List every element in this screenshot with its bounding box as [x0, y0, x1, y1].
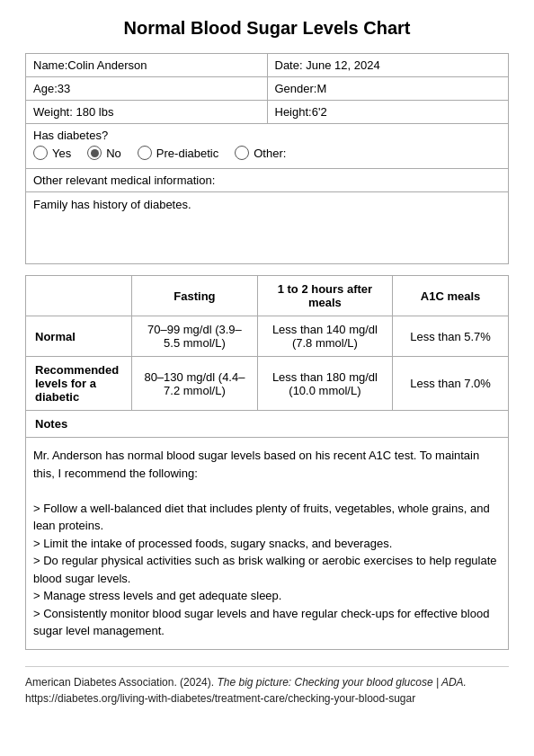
citation-block: American Diabetes Association. (2024). T… — [25, 666, 509, 707]
radio-prediabetic-label: Pre-diabetic — [156, 147, 218, 160]
weight-value: 180 lbs — [76, 105, 113, 119]
row-diabetic-fasting: 80–130 mg/dl (4.4–7.2 mmol/L) — [132, 357, 258, 411]
row-normal-fasting: 70–99 mg/dl (3.9–5.5 mmol/L) — [132, 316, 258, 357]
age-value: 33 — [58, 82, 70, 95]
medical-info-label: Other relevant medical information: — [33, 173, 215, 187]
note-point: > Follow a well-balanced diet that inclu… — [33, 500, 501, 535]
radio-no-circle — [87, 146, 102, 160]
diabetes-question: Has diabetes? — [33, 129, 108, 142]
radio-other[interactable]: Other: — [235, 146, 286, 160]
name-value: Colin Anderson — [67, 58, 147, 72]
radio-prediabetic[interactable]: Pre-diabetic — [138, 146, 218, 160]
radio-yes-label: Yes — [52, 147, 71, 160]
col-header-a1c: A1C meals — [393, 276, 509, 316]
radio-other-circle — [235, 146, 249, 160]
row-diabetic-label: Recommended levels for a diabetic — [26, 357, 132, 411]
notes-header-cell: Notes — [26, 411, 509, 438]
notes-points: > Follow a well-balanced diet that inclu… — [33, 500, 501, 640]
radio-yes-circle — [33, 146, 48, 160]
note-point: > Do regular physical activities such as… — [33, 552, 501, 587]
radio-yes[interactable]: Yes — [33, 146, 71, 160]
date-value: June 12, 2024 — [306, 58, 379, 72]
note-point: > Manage stress levels and get adequate … — [33, 587, 501, 605]
date-label: Date: — [275, 58, 303, 72]
gender-label: Gender: — [275, 82, 317, 95]
height-label: Height: — [275, 105, 312, 119]
citation-author: American Diabetes Association. (2024). — [25, 676, 214, 689]
col-header-after-meals: 1 to 2 hours after meals — [257, 276, 392, 316]
name-label: Name: — [33, 58, 67, 72]
table-row-diabetic: Recommended levels for a diabetic 80–130… — [26, 357, 509, 411]
page-title: Normal Blood Sugar Levels Chart — [25, 18, 509, 39]
table-row-normal: Normal 70–99 mg/dl (3.9–5.5 mmol/L) Less… — [26, 316, 509, 357]
row-normal-after-meals: Less than 140 mg/dl (7.8 mmol/L) — [257, 316, 392, 357]
weight-label: Weight: — [33, 105, 73, 119]
citation-url: https://diabetes.org/living-with-diabete… — [25, 692, 415, 705]
col-header-0 — [26, 276, 132, 316]
note-point: > Limit the intake of processed foods, s… — [33, 535, 501, 553]
radio-no-label: No — [106, 147, 121, 160]
row-normal-label: Normal — [26, 316, 132, 357]
row-normal-a1c: Less than 5.7% — [393, 316, 509, 357]
notes-intro: Mr. Anderson has normal blood sugar leve… — [33, 447, 501, 482]
radio-prediabetic-circle — [138, 146, 152, 160]
medical-info-text: Family has history of diabetes. — [25, 192, 509, 264]
notes-header-row: Notes — [26, 411, 509, 438]
radio-other-label: Other: — [254, 147, 286, 160]
citation-title: The big picture: Checking your blood glu… — [217, 676, 467, 689]
notes-block: Mr. Anderson has normal blood sugar leve… — [25, 438, 509, 650]
radio-no[interactable]: No — [87, 146, 121, 160]
height-value: 6'2 — [312, 105, 327, 119]
note-point: > Consistently monitor blood sugar level… — [33, 605, 501, 640]
row-diabetic-after-meals: Less than 180 mg/dl (10.0 mmol/L) — [257, 357, 392, 411]
col-header-fasting: Fasting — [132, 276, 258, 316]
row-diabetic-a1c: Less than 7.0% — [393, 357, 509, 411]
age-label: Age: — [33, 82, 58, 95]
gender-value: M — [316, 82, 326, 95]
